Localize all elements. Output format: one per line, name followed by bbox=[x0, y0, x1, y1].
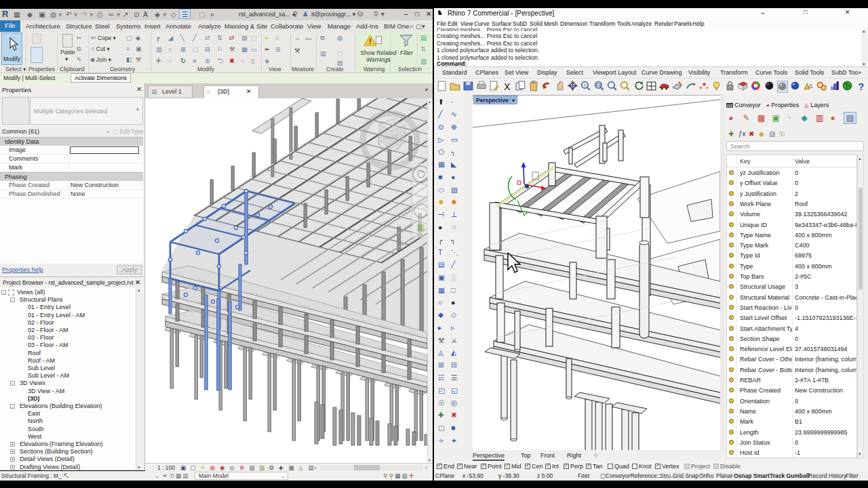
svg-text:X: X bbox=[504, 82, 510, 92]
svg-text:+: + bbox=[583, 82, 587, 89]
svg-text:!: ! bbox=[369, 38, 371, 45]
svg-text:?: ? bbox=[858, 81, 864, 92]
